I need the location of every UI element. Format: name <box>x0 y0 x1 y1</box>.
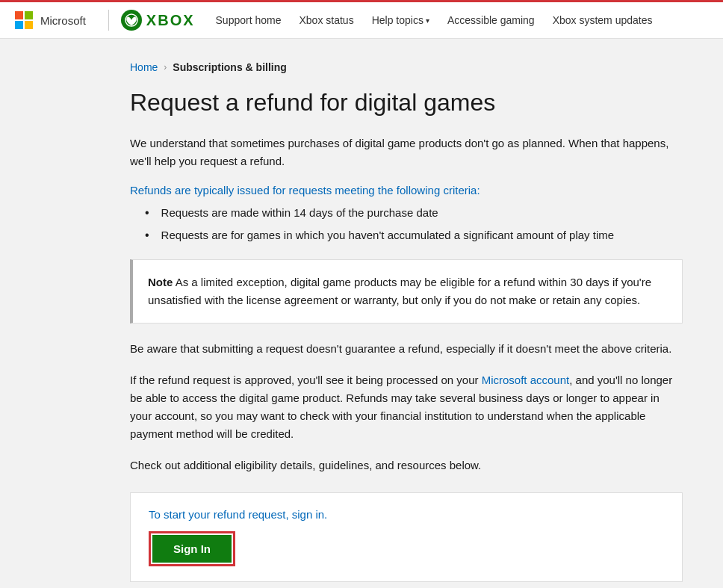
microsoft-account-link[interactable]: Microsoft account <box>482 374 570 386</box>
microsoft-logo <box>15 11 33 29</box>
nav-links: Support home Xbox status Help topics ▾ A… <box>208 10 660 31</box>
note-label: Note <box>148 276 173 288</box>
criteria-text-2: Requests are for games in which you have… <box>161 226 615 244</box>
xbox-label: XBOX <box>146 12 195 29</box>
signin-button[interactable]: Sign In <box>152 535 232 563</box>
help-topics-label: Help topics <box>372 14 423 26</box>
microsoft-brand: Microsoft <box>15 11 86 29</box>
xbox-brand: XBOX <box>121 10 195 31</box>
note-text: As a limited exception, digital game pro… <box>148 276 651 306</box>
xbox-logo-circle <box>121 10 142 31</box>
ms-logo-green-square <box>25 11 33 19</box>
approved-text: If the refund request is approved, you'l… <box>130 371 683 443</box>
chevron-down-icon: ▾ <box>426 16 429 25</box>
breadcrumb-home[interactable]: Home <box>130 61 158 73</box>
criteria-item-1: Requests are made within 14 days of the … <box>145 204 683 222</box>
page-title: Request a refund for digital games <box>130 88 683 117</box>
main-content: Home › Subscriptions & billing Request a… <box>10 39 713 588</box>
nav-xbox-status[interactable]: Xbox status <box>291 10 361 31</box>
signin-button-wrapper: Sign In <box>149 531 235 566</box>
criteria-text-1: Requests are made within 14 days of the … <box>161 204 438 222</box>
warning-text: Be aware that submitting a request doesn… <box>130 340 683 358</box>
breadcrumb: Home › Subscriptions & billing <box>130 61 683 73</box>
breadcrumb-current: Subscriptions & billing <box>173 61 286 73</box>
nav-support-home[interactable]: Support home <box>208 10 289 31</box>
criteria-list: Requests are made within 14 days of the … <box>145 204 683 244</box>
signin-box: To start your refund request, sign in. S… <box>130 492 683 582</box>
check-text: Check out additional eligibility details… <box>130 457 683 474</box>
top-navbar: Microsoft XBOX Support home Xbox status … <box>0 0 723 39</box>
nav-xbox-system-updates[interactable]: Xbox system updates <box>545 10 660 31</box>
ms-logo-blue-square <box>15 21 23 29</box>
signin-prompt: To start your refund request, sign in. <box>149 508 664 521</box>
ms-logo-yellow-square <box>25 21 33 29</box>
microsoft-label: Microsoft <box>40 14 86 27</box>
nav-divider <box>108 10 109 31</box>
breadcrumb-separator: › <box>164 62 167 72</box>
nav-accessible-gaming[interactable]: Accessible gaming <box>440 10 542 31</box>
criteria-intro: Refunds are typically issued for request… <box>130 184 683 196</box>
criteria-item-2: Requests are for games in which you have… <box>145 226 683 244</box>
nav-help-topics[interactable]: Help topics ▾ <box>364 10 437 31</box>
ms-logo-red-square <box>15 11 23 19</box>
note-box: Note As a limited exception, digital gam… <box>130 259 683 324</box>
intro-text: We understand that sometimes purchases o… <box>130 134 683 170</box>
